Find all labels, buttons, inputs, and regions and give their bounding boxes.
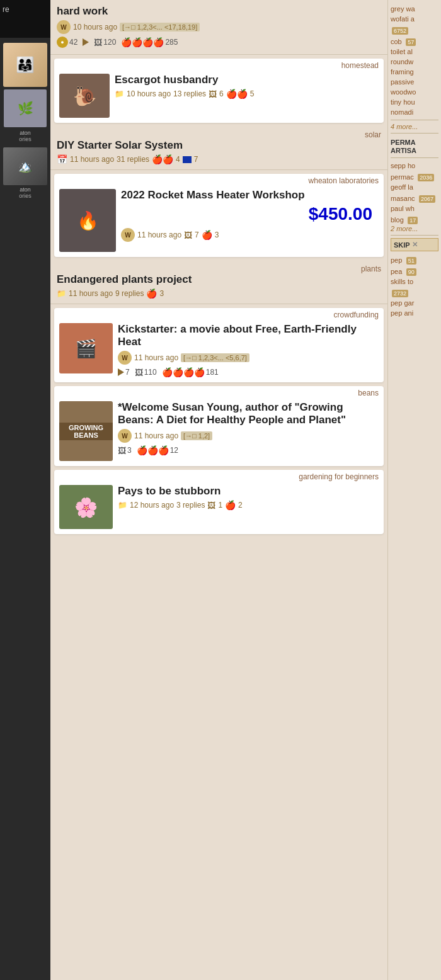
thumbnail-beans: GROWINGBEANS — [59, 401, 113, 461]
skip-close-icon[interactable]: ✕ — [412, 241, 418, 249]
right-pep: pep 51 — [391, 254, 438, 265]
post-tag-plants[interactable]: plants — [57, 265, 381, 273]
right-link-roundw[interactable]: roundw — [391, 57, 438, 67]
post-solar: solar DIY Starter Solar System 📅 11 hour… — [50, 127, 387, 170]
post-time-beans: 11 hours ago — [134, 431, 178, 440]
right-link-wofati: wofati a 6752 — [391, 14, 438, 35]
img-icon-escargot: 🖼 — [209, 89, 217, 99]
left-label-3: aton — [3, 186, 48, 193]
post-title-rocket[interactable]: 2022 Rocket Mass Heater Workshop — [121, 189, 379, 202]
img-icon-stubborn: 🖼 — [207, 501, 215, 510]
right-link-pepani[interactable]: pep ani — [391, 308, 438, 318]
right-link-masanc[interactable]: masanc — [391, 193, 415, 203]
post-title-plants[interactable]: Endangered plants project — [57, 273, 381, 286]
right-link-framing[interactable]: framing — [391, 67, 438, 77]
right-link-sepp[interactable]: sepp ho — [391, 161, 438, 171]
post-pages-kickstarter[interactable]: [→□ 1,2,3<... <5,6,7] — [181, 353, 249, 362]
post-replies-stubborn: 3 replies — [176, 501, 205, 510]
right-link-wofati-text[interactable]: wofati a — [391, 14, 438, 24]
calendar-icon-solar: 📅 — [57, 154, 67, 164]
post-title-kickstarter[interactable]: Kickstarter: a movie about Free, Earth-F… — [118, 323, 379, 348]
thumbnail-escargot: 🐌 — [59, 74, 110, 118]
post-tag-rocket[interactable]: wheaton laboratories — [54, 174, 384, 185]
right-link-passive[interactable]: passive — [391, 77, 438, 87]
post-content-stubborn: Pays to be stubborn 📁 12 hours ago 3 rep… — [118, 485, 379, 529]
left-sidebar-top: re — [0, 0, 50, 38]
post-price-rocket: $450.00 — [121, 204, 379, 224]
section-title-perma: PERMA ARTISA — [391, 139, 438, 155]
apple-count-plants: 3 — [159, 289, 164, 298]
apple-icons: 🍎🍎🍎🍎 — [121, 37, 164, 47]
apple-count-rocket: 3 — [215, 231, 219, 239]
img-icon-kick: 🖼 — [135, 368, 143, 377]
skip-banner: SKIP ✕ — [391, 238, 438, 251]
left-image-1: 🌿 — [4, 89, 47, 127]
top-post-stats: ● 42 🖼 120 🍎🍎🍎🍎 285 — [57, 37, 381, 48]
badge-pep: 51 — [406, 257, 416, 265]
right-blog: blog 17 — [391, 214, 438, 225]
avatar-1: 👨‍👩‍👧 — [3, 43, 47, 87]
post-content-rocket: 2022 Rocket Mass Heater Workshop $450.00… — [121, 189, 379, 252]
top-post-meta: W 10 hours ago [→□ 1,2,3<... <17,18,19] — [57, 20, 381, 34]
more-link-2[interactable]: 2 more... — [391, 225, 438, 232]
more-link-1[interactable]: 4 more... — [391, 123, 438, 130]
post-tag-stubborn[interactable]: gardening for beginners — [54, 470, 384, 481]
play-icon-kick — [118, 368, 124, 376]
img-count-rocket: 7 — [195, 231, 199, 239]
thumbnail-stubborn: 🌸 — [59, 485, 113, 529]
right-link-skills[interactable]: skills to — [391, 276, 438, 287]
right-link-woodwo[interactable]: woodwo — [391, 87, 438, 97]
right-link-pep[interactable]: pep — [391, 255, 402, 265]
top-post-pages[interactable]: [→□ 1,2,3<... <17,18,19] — [120, 23, 200, 31]
right-divider-4 — [391, 235, 438, 236]
right-divider-2 — [391, 133, 438, 134]
badge-blog: 17 — [408, 217, 418, 224]
post-time-stubborn: 12 hours ago — [130, 501, 174, 510]
left-label-1: aton — [3, 130, 48, 136]
post-title-solar[interactable]: DIY Starter Solar System — [57, 139, 381, 152]
right-link-toilet[interactable]: toilet al — [391, 47, 438, 57]
right-link-grey-wa[interactable]: grey wa — [391, 4, 438, 14]
right-link-paulwh[interactable]: paul wh — [391, 203, 438, 214]
post-title-escargot[interactable]: Escargot husbandry — [115, 74, 379, 86]
post-title-beans[interactable]: *Welcome Susan Young, author of "Growing… — [118, 401, 379, 426]
post-time-solar: 11 hours ago — [70, 155, 114, 164]
right-link-nomadi[interactable]: nomadi — [391, 107, 438, 117]
post-tag-solar[interactable]: solar — [57, 130, 381, 139]
top-post-time: 10 hours ago — [73, 23, 117, 31]
post-pages-beans[interactable]: [→□ 1,2] — [181, 431, 212, 440]
post-content-kickstarter: Kickstarter: a movie about Free, Earth-F… — [118, 323, 379, 377]
right-link-blog[interactable]: blog — [391, 215, 404, 225]
apple-count-stubborn: 2 — [238, 501, 243, 510]
right-link-cob: cob 57 — [391, 35, 438, 47]
right-link-pepgar[interactable]: pep gar — [391, 298, 438, 308]
w-avatar-kickstarter: W — [118, 351, 132, 365]
left-image-2: 🏔️ — [3, 147, 47, 185]
badge-pea: 90 — [406, 268, 416, 276]
top-post-title[interactable]: hard work — [57, 5, 381, 18]
post-card-inner-rocket: 🔥 2022 Rocket Mass Heater Workshop $450.… — [54, 185, 384, 257]
post-tag-kickstarter[interactable]: crowdfunding — [54, 308, 384, 319]
post-tag-escargot[interactable]: homestead — [54, 59, 384, 70]
right-pea: pea 90 — [391, 265, 438, 276]
apple-icon-solar: 🍎🍎 — [152, 154, 173, 164]
img-count-stubborn: 1 — [218, 501, 222, 510]
post-tag-beans[interactable]: beans — [54, 386, 384, 397]
right-link-cob-text[interactable]: cob — [391, 37, 402, 47]
gold-coin-icon: ● — [57, 37, 68, 48]
post-title-stubborn[interactable]: Pays to be stubborn — [118, 485, 379, 498]
post-meta-stubborn: 📁 12 hours ago 3 replies 🖼 1 🍎 2 — [118, 500, 379, 510]
folder-icon-escargot: 📁 — [115, 89, 124, 98]
image-stat: 🖼 120 — [94, 38, 116, 47]
post-card-inner-kickstarter: 🎬 Kickstarter: a movie about Free, Earth… — [54, 319, 384, 382]
post-replies-escargot: 13 replies — [173, 89, 206, 98]
right-link-tinyhou[interactable]: tiny hou — [391, 97, 438, 107]
right-link-permac[interactable]: permac — [391, 172, 414, 182]
apple-count-escargot: 5 — [250, 89, 255, 98]
post-stubborn: gardening for beginners 🌸 Pays to be stu… — [54, 470, 384, 534]
img-stat-kick: 🖼 110 — [135, 368, 157, 377]
right-link-pea[interactable]: pea — [391, 266, 402, 276]
right-divider-3 — [391, 157, 438, 158]
right-link-geoff[interactable]: geoff la — [391, 182, 438, 192]
w-avatar-rocket: W — [121, 228, 135, 242]
